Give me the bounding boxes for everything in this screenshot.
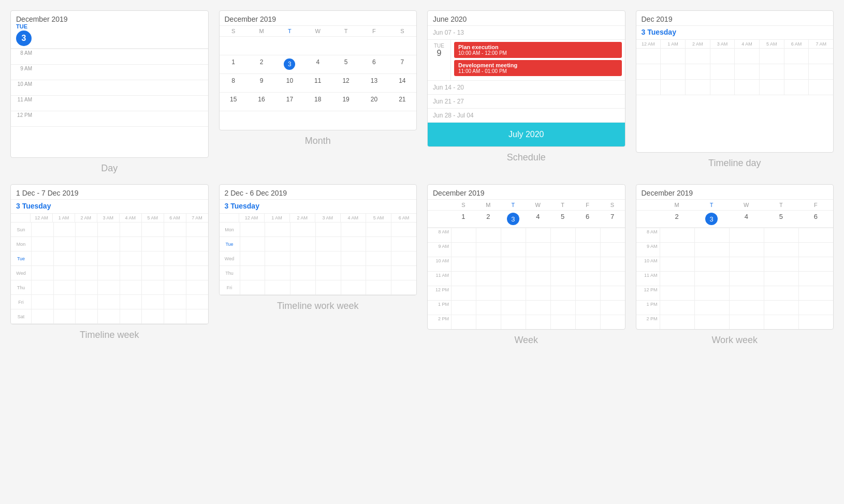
week-view-box: December 2019 S M T W T F S 1 2 3 4 5 xyxy=(427,184,625,330)
tl-day-label: 3 Tuesday xyxy=(642,28,676,36)
schedule-week-text: Jun 07 - 13 xyxy=(433,29,464,36)
tlww-title: 2 Dec - 6 Dec 2019 xyxy=(225,189,287,197)
ww-time-row: 11 AM xyxy=(636,271,834,286)
ww-time-row: 8 AM xyxy=(636,228,834,242)
tlw-data-row: Thu xyxy=(220,266,417,280)
week-time-row: 2 PM xyxy=(428,315,625,329)
month-grid: S M T W T F S xyxy=(220,26,417,130)
tlw-data-row: Wed xyxy=(220,251,417,266)
month-dow-f: F xyxy=(360,26,388,36)
schedule-view-label: Schedule xyxy=(507,152,546,163)
tlww-day-label: 3 Tuesday xyxy=(225,202,259,210)
tlw-data-row: Sun xyxy=(11,223,208,237)
time-row xyxy=(11,126,208,157)
workweek-view-box: December 2019 M T W T F 2 3 4 5 6 xyxy=(636,184,834,330)
month-week-row xyxy=(220,37,417,55)
schedule-week-label: Jun 07 - 13 xyxy=(428,26,625,40)
month-view-title: December 2019 xyxy=(225,15,277,23)
tlw-title: 1 Dec - 7 Dec 2019 xyxy=(16,189,79,197)
month-week-row: 1 2 3 4 5 6 7 xyxy=(220,55,417,74)
month-dow-m: M xyxy=(248,26,275,36)
tl-time-col: 2 AM xyxy=(75,214,97,222)
tl-time-col: 5 AM xyxy=(142,214,164,222)
month-dow-t: T xyxy=(275,26,303,36)
month-dow-s: S xyxy=(220,26,248,36)
tl-header: Dec 2019 xyxy=(636,11,834,26)
week-view-label: Week xyxy=(514,335,538,346)
week-view-wrapper: December 2019 S M T W T F S 1 2 3 4 5 xyxy=(427,184,625,346)
schedule-week-text: Jun 21 - 27 xyxy=(433,98,464,105)
tlw-data-row: Mon xyxy=(220,223,417,237)
week-view-title: December 2019 xyxy=(433,189,485,197)
month-dow-t2: T xyxy=(332,26,360,36)
ww-time-row: 12 PM xyxy=(636,286,834,300)
tlw-data-row: Fri xyxy=(220,280,417,295)
timeline-week-box: 1 Dec - 7 Dec 2019 3 Tuesday 12 AM 1 AM … xyxy=(10,184,209,324)
tl-row xyxy=(636,80,834,95)
month-week-row xyxy=(220,111,417,130)
tl-row xyxy=(636,49,834,64)
tlw-data-row: Mon xyxy=(11,237,208,251)
tl-time-col: 3 AM xyxy=(315,214,341,222)
week-time-row: 9 AM xyxy=(428,242,625,257)
month-view-label: Month xyxy=(305,136,331,146)
time-row: 10 AM xyxy=(11,80,208,95)
tl-time-col: 12 AM xyxy=(239,214,265,222)
time-label: 12 PM xyxy=(11,111,34,118)
day-view-wrapper: December 2019 TUE 3 8 AM 9 AM 10 AM xyxy=(10,10,209,174)
event-time: 11:00 AM - 01:00 PM xyxy=(458,68,618,74)
sched-day-num: 9 xyxy=(437,49,442,58)
month-dow-w: W xyxy=(304,26,332,36)
tl-time-col: 6 AM xyxy=(784,40,809,48)
tl-time-col: 1 AM xyxy=(53,214,75,222)
tlw-data-row: Sat xyxy=(11,309,208,324)
schedule-date-col: TUE 9 xyxy=(428,40,451,80)
timeline-workweek-wrapper: 2 Dec - 6 Dec 2019 3 Tuesday 12 AM 1 AM … xyxy=(219,184,417,346)
tlw-data-row: Thu xyxy=(11,280,208,295)
month-view-header: December 2019 xyxy=(220,11,417,26)
tl-time-col: 1 AM xyxy=(265,214,290,222)
ww-time-row: 1 PM xyxy=(636,300,834,315)
time-row: 12 PM xyxy=(11,111,208,126)
week-view-header: December 2019 xyxy=(428,185,625,200)
tl-time-col: 4 AM xyxy=(735,40,760,48)
ww-dow-row: M T W T F xyxy=(636,200,834,211)
tl-time-col: 4 AM xyxy=(341,214,366,222)
week-time-row: 12 PM xyxy=(428,286,625,300)
day-badge: 3 xyxy=(16,31,32,46)
schedule-week-label: Jun 14 - 20 xyxy=(428,81,625,95)
schedule-event: Plan execution 10:00 AM - 12:00 PM xyxy=(454,42,622,58)
tlww-header: 2 Dec - 6 Dec 2019 xyxy=(220,185,417,200)
ww-date-row: 2 3 4 5 6 xyxy=(636,211,834,228)
month-view-wrapper: December 2019 S M T W T F S xyxy=(219,10,417,174)
tlw-day-title: 3 Tuesday xyxy=(11,200,208,214)
schedule-week-label: Jun 28 - Jul 04 xyxy=(428,109,625,123)
tl-time-col: 6 AM xyxy=(164,214,186,222)
tl-rows-area xyxy=(636,49,834,152)
tl-time-col: 12 AM xyxy=(31,214,53,222)
schedule-view-header: June 2020 xyxy=(428,11,625,26)
tl-day-title: 3 Tuesday xyxy=(636,26,834,40)
tl-title: Dec 2019 xyxy=(642,15,673,23)
time-label: 8 AM xyxy=(11,49,34,56)
tlw-data-row: Wed xyxy=(11,266,208,280)
event-title: Development meeting xyxy=(458,62,618,68)
timeline-week-wrapper: 1 Dec - 7 Dec 2019 3 Tuesday 12 AM 1 AM … xyxy=(10,184,209,346)
tlww-time-header: 12 AM 1 AM 2 AM 3 AM 4 AM 5 AM 6 AM xyxy=(220,214,417,223)
tlw-day-label: 3 Tuesday xyxy=(16,202,51,210)
tl-time-col: 7 AM xyxy=(809,40,833,48)
tl-time-col: 4 AM xyxy=(120,214,142,222)
month-dow-row: S M T W T F S xyxy=(220,26,417,37)
schedule-view-box: June 2020 Jun 07 - 13 TUE 9 Plan executi… xyxy=(427,10,625,147)
timeline-day-box: Dec 2019 3 Tuesday 12 AM 1 AM 2 AM 3 AM … xyxy=(636,10,834,153)
tl-time-header: 12 AM 1 AM 2 AM 3 AM 4 AM 5 AM 6 AM 7 AM xyxy=(636,40,834,49)
schedule-view-title: June 2020 xyxy=(433,15,467,23)
tl-time-col: 12 AM xyxy=(636,40,661,48)
schedule-events-col: Plan execution 10:00 AM - 12:00 PM Devel… xyxy=(451,40,625,80)
sched-day-name: TUE xyxy=(434,43,444,49)
week-time-row: 11 AM xyxy=(428,271,625,286)
week-time-row: 1 PM xyxy=(428,300,625,315)
tlw-header: 1 Dec - 7 Dec 2019 xyxy=(11,185,208,200)
week-time-row: 8 AM xyxy=(428,228,625,242)
day-view-box: December 2019 TUE 3 8 AM 9 AM 10 AM xyxy=(10,10,209,158)
